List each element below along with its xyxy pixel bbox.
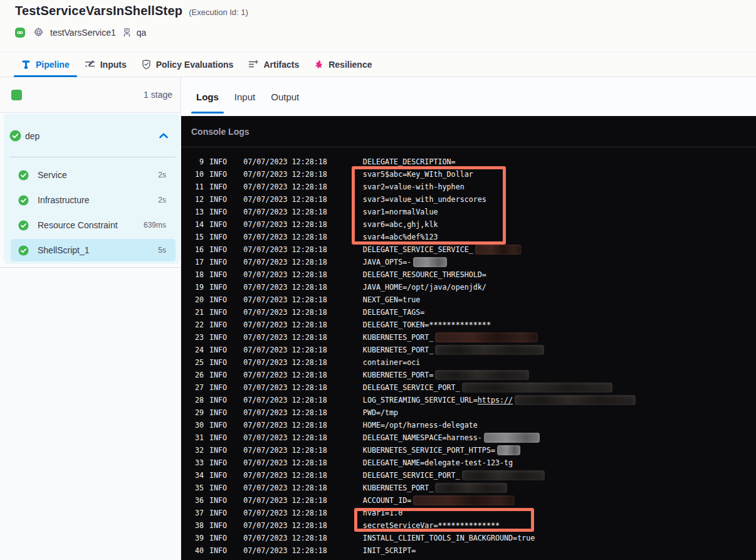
tab-policy-evaluations[interactable]: Policy Evaluations bbox=[134, 52, 241, 77]
log-line-number: 27 bbox=[181, 381, 204, 394]
log-timestamp: 07/07/2023 12:28:18 bbox=[243, 431, 327, 444]
tab-label: Resilience bbox=[328, 60, 372, 70]
log-level: INFO bbox=[209, 293, 227, 306]
redacted-value bbox=[435, 332, 538, 342]
log-line-number: 25 bbox=[181, 356, 204, 369]
log-line-9: 9INFO07/07/2023 12:28:18DELEGATE_DESCRIP… bbox=[181, 156, 756, 168]
step-row-service[interactable]: Service2s bbox=[11, 164, 176, 186]
log-level: INFO bbox=[209, 231, 227, 243]
redacted-value bbox=[435, 370, 529, 380]
environment-name: qa bbox=[137, 28, 147, 38]
log-level: INFO bbox=[209, 356, 227, 369]
step-name: Resource Constraint bbox=[38, 220, 118, 230]
log-message: nvar1=1.0 bbox=[363, 507, 402, 519]
log-level: INFO bbox=[209, 532, 227, 544]
tab-logs[interactable]: Logs bbox=[196, 77, 219, 116]
log-level: INFO bbox=[209, 519, 227, 532]
log-timestamp: 07/07/2023 12:28:18 bbox=[243, 243, 327, 256]
log-line-number: 34 bbox=[181, 469, 204, 482]
log-line-number: 21 bbox=[181, 306, 204, 319]
log-line-number: 33 bbox=[181, 457, 204, 469]
log-line-10: 10INFO07/07/2023 12:28:18svar5$abc=Key_W… bbox=[181, 168, 756, 181]
log-timestamp: 07/07/2023 12:28:18 bbox=[243, 356, 327, 369]
tab-artifacts[interactable]: Artifacts bbox=[241, 52, 307, 77]
stage-row-dep[interactable]: dep bbox=[4, 124, 180, 148]
log-message: DELEGATE_NAMESPACE=harness- bbox=[363, 431, 540, 444]
log-message: svar6=abc,ghj,klk bbox=[363, 218, 438, 231]
log-timestamp: 07/07/2023 12:28:18 bbox=[243, 406, 327, 419]
log-level: INFO bbox=[209, 444, 227, 457]
log-level: INFO bbox=[209, 344, 227, 356]
log-line-33: 33INFO07/07/2023 12:28:18DELEGATE_NAME=d… bbox=[181, 457, 756, 469]
step-row-resource-constraint[interactable]: Resource Constraint639ms bbox=[11, 214, 176, 236]
log-line-21: 21INFO07/07/2023 12:28:18DELEGATE_TAGS= bbox=[181, 306, 756, 319]
step-row-infrastructure[interactable]: Infrastructure2s bbox=[11, 189, 176, 211]
step-name: Infrastructure bbox=[38, 195, 89, 205]
tab-inputs[interactable]: Inputs bbox=[77, 52, 134, 77]
gear-icon bbox=[33, 27, 44, 38]
log-level: INFO bbox=[209, 168, 227, 181]
log-line-number: 23 bbox=[181, 331, 204, 344]
service-name: testVarsService1 bbox=[50, 28, 116, 38]
redacted-value bbox=[515, 395, 636, 405]
log-line-15: 15INFO07/07/2023 12:28:18svar4=abc%def%1… bbox=[181, 231, 756, 243]
tab-input[interactable]: Input bbox=[234, 77, 255, 116]
stage-panel-divider bbox=[9, 157, 176, 157]
success-check-icon bbox=[9, 130, 21, 142]
log-level: INFO bbox=[209, 306, 227, 319]
log-level: INFO bbox=[209, 431, 227, 444]
log-message: DELEGATE_TAGS= bbox=[363, 306, 425, 319]
pipeline-execution-page: TestServiceVarsInShellStep (Execution Id… bbox=[0, 0, 756, 560]
log-line-35: 35INFO07/07/2023 12:28:18KUBERNETES_PORT… bbox=[181, 482, 756, 494]
log-message: KUBERNETES_PORT_ bbox=[363, 482, 508, 494]
log-level: INFO bbox=[209, 156, 227, 168]
log-level: INFO bbox=[209, 419, 227, 431]
log-line-number: 14 bbox=[181, 218, 204, 231]
log-line-number: 19 bbox=[181, 281, 204, 293]
log-line-39: 39INFO07/07/2023 12:28:18INSTALL_CLIENT_… bbox=[181, 532, 756, 544]
log-line-number: 35 bbox=[181, 482, 204, 494]
step-row-shellscript-1[interactable]: ShellScript_15s bbox=[11, 239, 176, 262]
log-line-number: 12 bbox=[181, 193, 204, 206]
log-line-19: 19INFO07/07/2023 12:28:18JAVA_HOME=/opt/… bbox=[181, 281, 756, 293]
log-line-number: 24 bbox=[181, 344, 204, 356]
log-level: INFO bbox=[209, 507, 227, 519]
log-line-number: 30 bbox=[181, 419, 204, 431]
tab-pipeline[interactable]: Pipeline bbox=[14, 52, 77, 77]
log-timestamp: 07/07/2023 12:28:18 bbox=[243, 181, 327, 193]
log-line-34: 34INFO07/07/2023 12:28:18DELEGATE_SERVIC… bbox=[181, 469, 756, 482]
log-line-29: 29INFO07/07/2023 12:28:18PWD=/tmp bbox=[181, 406, 756, 419]
log-timestamp: 07/07/2023 12:28:18 bbox=[243, 319, 327, 331]
log-timestamp: 07/07/2023 12:28:18 bbox=[243, 469, 327, 482]
redacted-value bbox=[475, 245, 522, 255]
log-link[interactable]: https:// bbox=[478, 394, 513, 406]
log-message: DELEGATE_RESOURCE_THRESHOLD= bbox=[363, 268, 486, 281]
log-level: INFO bbox=[209, 256, 227, 268]
stage-count: 1 stage bbox=[144, 90, 172, 100]
chevron-up-icon[interactable] bbox=[159, 133, 168, 139]
tab-resilience[interactable]: Resilience bbox=[307, 52, 379, 77]
title-row: TestServiceVarsInShellStep (Execution Id… bbox=[15, 4, 756, 19]
log-timestamp: 07/07/2023 12:28:18 bbox=[243, 544, 327, 557]
log-level: INFO bbox=[209, 243, 227, 256]
log-line-22: 22INFO07/07/2023 12:28:18DELEGATE_TOKEN=… bbox=[181, 319, 756, 331]
tab-output[interactable]: Output bbox=[271, 77, 299, 116]
log-line-number: 22 bbox=[181, 319, 204, 331]
log-line-number: 28 bbox=[181, 394, 204, 406]
log-message: LOG_STREAMING_SERVICE_URL=https:// bbox=[363, 394, 636, 406]
step-name: ShellScript_1 bbox=[38, 245, 90, 255]
log-message: INSTALL_CLIENT_TOOLS_IN_BACKGROUND=true bbox=[363, 532, 535, 544]
success-check-icon bbox=[18, 170, 29, 181]
top-tabs: Pipeline Inputs Policy Evaluations bbox=[0, 51, 756, 77]
log-message: container=oci bbox=[363, 356, 420, 369]
log-message: KUBERNETES_PORT_ bbox=[363, 344, 545, 356]
log-level: INFO bbox=[209, 268, 227, 281]
log-timestamp: 07/07/2023 12:28:18 bbox=[243, 344, 327, 356]
log-message: ACCOUNT_ID= bbox=[363, 494, 515, 507]
log-line-number: 31 bbox=[181, 431, 204, 444]
log-timestamp: 07/07/2023 12:28:18 bbox=[243, 507, 327, 519]
stage-summary-bar: 1 stage bbox=[0, 77, 181, 113]
success-check-icon bbox=[18, 245, 29, 256]
stage-status-icon bbox=[11, 90, 22, 100]
redacted-value bbox=[435, 483, 507, 493]
